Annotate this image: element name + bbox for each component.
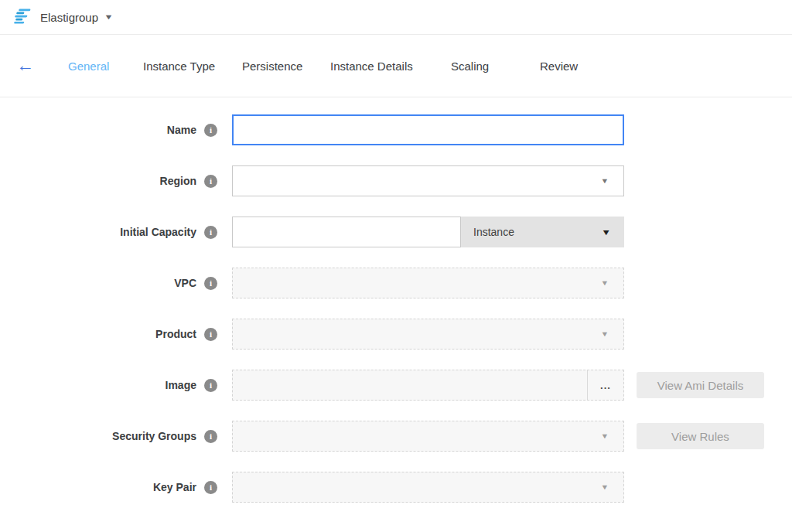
image-browse-button[interactable]: ... xyxy=(587,370,623,400)
info-icon[interactable]: i xyxy=(204,175,217,188)
caret-down-icon: ▼ xyxy=(601,280,609,287)
caret-down-icon: ▼ xyxy=(601,433,609,440)
initial-capacity-input[interactable] xyxy=(232,217,461,247)
view-ami-details-button[interactable]: View Ami Details xyxy=(637,372,764,398)
elastigroup-logo-icon xyxy=(11,8,32,26)
region-label: Region xyxy=(160,175,196,187)
image-label: Image xyxy=(166,379,196,391)
caret-down-icon: ▼ xyxy=(601,331,609,338)
caret-down-icon: ▼ xyxy=(601,228,611,236)
name-input[interactable] xyxy=(232,114,624,145)
form-row-image: Image i ... View Ami Details xyxy=(0,370,792,401)
app-header: Elastigroup ▼ xyxy=(0,0,792,35)
caret-down-icon: ▼ xyxy=(601,484,609,491)
view-rules-button[interactable]: View Rules xyxy=(637,423,764,449)
key-pair-label: Key Pair xyxy=(153,481,196,493)
info-icon[interactable]: i xyxy=(204,481,217,494)
wizard-tabbar: ← General Instance Type Persistence Inst… xyxy=(0,35,792,97)
product-select: ▼ xyxy=(232,319,624,350)
vpc-label: VPC xyxy=(174,277,196,289)
info-icon[interactable]: i xyxy=(204,379,217,392)
info-icon[interactable]: i xyxy=(204,430,217,443)
info-icon[interactable]: i xyxy=(204,328,217,341)
form-row-security-groups: Security Groups i ▼ View Rules xyxy=(0,421,792,452)
security-groups-label: Security Groups xyxy=(112,430,196,442)
chevron-down-icon[interactable]: ▼ xyxy=(104,13,113,21)
form-row-name: Name i xyxy=(0,114,792,145)
capacity-unit-value: Instance xyxy=(473,226,514,238)
form-row-key-pair: Key Pair i ▼ xyxy=(0,472,792,503)
info-icon[interactable]: i xyxy=(204,226,217,239)
tab-review[interactable]: Review xyxy=(540,60,578,73)
app-switcher-label[interactable]: Elastigroup xyxy=(40,11,98,24)
form-row-region: Region i ▼ xyxy=(0,165,792,196)
image-input: ... xyxy=(232,370,624,401)
key-pair-select: ▼ xyxy=(232,472,624,503)
region-select[interactable]: ▼ xyxy=(232,165,624,196)
security-groups-select: ▼ xyxy=(232,421,624,452)
tab-scaling[interactable]: Scaling xyxy=(451,60,489,73)
initial-capacity-label: Initial Capacity xyxy=(120,226,196,238)
tab-persistence[interactable]: Persistence xyxy=(242,60,302,73)
product-label: Product xyxy=(155,328,196,340)
caret-down-icon: ▼ xyxy=(601,178,609,185)
form-row-product: Product i ▼ xyxy=(0,319,792,350)
back-arrow-icon[interactable]: ← xyxy=(16,56,34,74)
name-label: Name xyxy=(167,124,196,136)
tab-general[interactable]: General xyxy=(68,60,109,73)
capacity-unit-select[interactable]: Instance ▼ xyxy=(461,217,624,247)
info-icon[interactable]: i xyxy=(204,277,217,290)
general-settings-form: Name i Region i ▼ Initial Capacity i xyxy=(0,97,792,503)
form-row-initial-capacity: Initial Capacity i Instance ▼ xyxy=(0,217,792,247)
vpc-select: ▼ xyxy=(232,268,624,298)
tab-instance-details[interactable]: Instance Details xyxy=(330,60,413,73)
info-icon[interactable]: i xyxy=(204,124,217,137)
form-row-vpc: VPC i ▼ xyxy=(0,268,792,298)
tab-instance-type[interactable]: Instance Type xyxy=(143,60,215,73)
